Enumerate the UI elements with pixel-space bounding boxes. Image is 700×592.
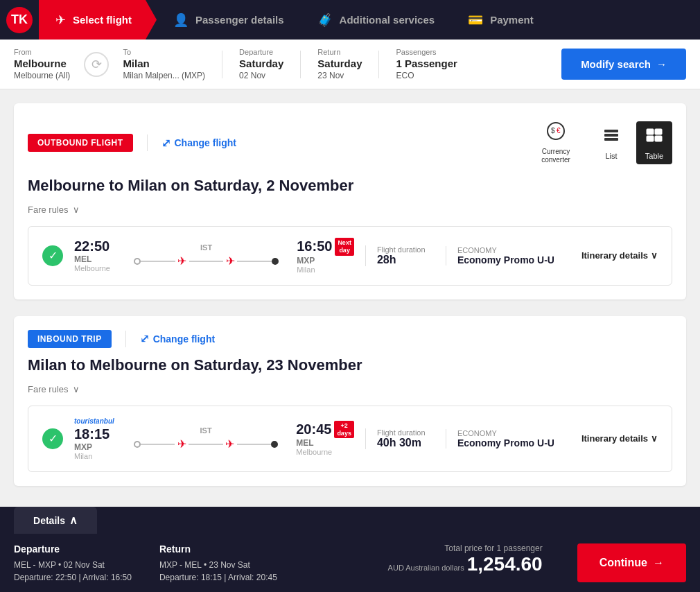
outbound-check-icon: ✓ [42,245,63,266]
change-flight-icon2: ⤢ [140,332,149,345]
details-tab-label: Details [33,515,65,526]
nav-step-passenger-details[interactable]: 👤 Passenger details [157,0,301,40]
logo-area: TK [0,0,39,40]
route-seg2 [189,261,224,262]
inbound-seg3 [237,444,271,445]
inbound-arrival-time: 20:45 +2days MEL Melbourne [296,421,354,457]
inbound-dep-code: MXP [74,442,92,452]
bottom-departure-route: MEL - MXP • 02 Nov Sat [14,560,132,570]
from-field: From Melbourne Melbourne (All) [14,48,70,80]
inbound-route-end [271,441,278,448]
outbound-fare-rules[interactable]: Fare rules ∨ [28,204,672,215]
services-icon: 🧳 [317,12,333,28]
tools-area: $ € Currency converter List [525,117,672,168]
from-sub: Melbourne (All) [14,71,70,80]
inbound-fare-class-label: ECONOMY [457,429,570,437]
return-day: Saturday [317,58,362,69]
continue-button[interactable]: Continue → [577,543,686,582]
inbound-change-flight-button[interactable]: ⤢ Change flight [140,332,215,345]
outbound-change-flight-button[interactable]: ⤢ Change flight [161,137,236,150]
details-tab-button[interactable]: Details ∧ [14,507,97,534]
arr-time-row: 16:50 Nextday [297,238,354,256]
svg-rect-3 [604,130,618,132]
departure-day: Saturday [239,58,283,69]
svg-rect-7 [655,129,662,134]
inbound-title: Milan to Melbourne on Saturday, 23 Novem… [28,356,672,374]
passengers-field: Passengers 1 Passenger ECO [396,48,457,80]
fare-class-value: Economy Promo U-U [457,254,570,265]
bottom-return-col: Return MXP - MEL • 23 Nov Sat Departure:… [159,543,277,582]
outbound-header: OUTBOUND FLIGHT ⤢ Change flight $ € Curr… [28,117,672,168]
dep-code: MEL [74,254,91,264]
inbound-duration-label: Flight duration [377,428,435,437]
inbound-flight-row: ✓ touristanbul 18:15 MXP Milan IST ✈ ✈ [28,406,672,472]
bottom-departure-title: Departure [14,543,132,555]
departure-field: Departure Saturday 02 Nov [239,48,283,80]
divider [222,51,222,78]
svg-text:$: $ [551,127,555,134]
modify-search-label: Modify search [581,58,651,70]
inbound-fare-rules-label: Fare rules [28,384,69,394]
route-seg1 [141,261,175,262]
arrow-right-icon: → [656,58,667,70]
bottom-departure-col: Departure MEL - MXP • 02 Nov Sat Departu… [14,543,132,582]
svg-rect-5 [604,138,618,141]
inbound-stop-code: IST [200,426,212,435]
outbound-fare-class: ECONOMY Economy Promo U-U [446,246,570,265]
plane-icon: ✈ [175,254,189,268]
currency-icon: $ € [546,121,566,145]
svg-rect-9 [655,136,662,141]
price-area: Total price for 1 passenger AUD Australi… [388,543,543,582]
header-divider [147,134,148,151]
header-divider2 [125,331,126,347]
to-city: Milan [123,58,205,69]
nav-step-select-flight[interactable]: ✈ Select flight [39,0,157,40]
plane-icon2: ✈ [223,254,237,268]
nav-step-additional-services[interactable]: 🧳 Additional services [301,0,452,40]
passengers-value: 1 Passenger [396,58,457,69]
fare-rules-chevron: ∨ [73,204,80,215]
inbound-itinerary-label: Itinerary details [581,433,648,444]
arr-city: Milan [297,265,315,274]
outbound-itinerary-label: Itinerary details [581,250,648,261]
inbound-badge: INBOUND TRIP [28,330,112,348]
inbound-seg1 [141,444,175,445]
route-seg3 [237,261,272,262]
route-bar: ✈ ✈ [134,254,279,268]
inbound-itinerary-button[interactable]: Itinerary details ∨ [581,433,658,444]
nav-step-passenger-label: Passenger details [195,14,284,26]
inbound-route-line: IST ✈ ✈ [134,426,278,451]
select-flight-icon: ✈ [55,12,66,28]
inbound-header: INBOUND TRIP ⤢ Change flight [28,330,672,348]
to-sub: Milan Malpen... (MXP) [123,71,205,80]
bottom-return-route: MXP - MEL • 23 Nov Sat [159,560,277,570]
departure-date: 02 Nov [239,71,283,80]
table-view-button[interactable]: Table [636,121,672,164]
inbound-arr-code: MEL [296,438,313,448]
outbound-duration: Flight duration 28h [365,245,435,266]
bottom-content-area: Departure MEL - MXP • 02 Nov Sat Departu… [0,534,700,592]
outbound-itinerary-button[interactable]: Itinerary details ∨ [581,250,658,261]
inbound-arr-time-row: 20:45 +2days [296,421,354,439]
inbound-dep-time: 18:15 [74,426,110,442]
nav-step-select-flight-label: Select flight [73,14,132,26]
details-chevron-icon: ∧ [69,514,78,527]
outbound-flight-section: OUTBOUND FLIGHT ⤢ Change flight $ € Curr… [14,103,686,299]
outbound-departure-time: 22:50 MEL Melbourne [74,238,116,272]
table-icon [645,125,664,149]
nav-step-payment[interactable]: 💳 Payment [451,0,550,40]
route-start-dot [134,258,141,265]
currency-converter-button[interactable]: $ € Currency converter [525,117,586,168]
list-view-button[interactable]: List [593,121,629,164]
next-day-badge: Nextday [335,238,354,256]
arr-code: MXP [297,256,315,265]
modify-search-button[interactable]: Modify search → [561,49,686,80]
currency-label: Currency converter [534,148,578,164]
return-field: Return Saturday 23 Nov [317,48,362,80]
inbound-fare-rules[interactable]: Fare rules ∨ [28,384,672,394]
dep-time: 22:50 [74,238,110,254]
inbound-seg2 [189,444,222,445]
route-end-dot [272,258,279,265]
bottom-bar: Details ∧ Departure MEL - MXP • 02 Nov S… [0,507,700,592]
continue-arrow-icon: → [653,557,664,569]
